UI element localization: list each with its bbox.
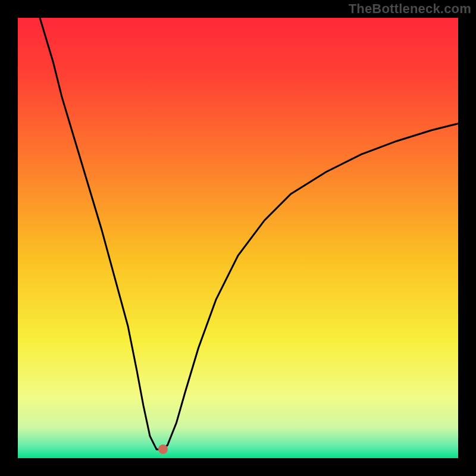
- chart-container: TheBottleneck.com: [0, 0, 476, 476]
- watermark-text: TheBottleneck.com: [349, 1, 471, 17]
- curve-layer: [18, 18, 458, 458]
- bottleneck-curve: [40, 18, 458, 449]
- marker-dot: [158, 444, 168, 454]
- plot-area: [18, 18, 458, 458]
